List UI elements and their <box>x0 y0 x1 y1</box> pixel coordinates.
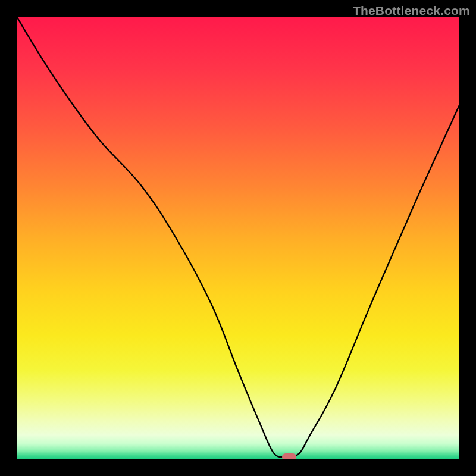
bottleneck-curve <box>17 17 459 459</box>
chart-frame: TheBottleneck.com <box>0 0 476 476</box>
optimal-marker <box>282 453 296 459</box>
watermark-text: TheBottleneck.com <box>353 4 470 18</box>
plot-area <box>17 17 459 459</box>
